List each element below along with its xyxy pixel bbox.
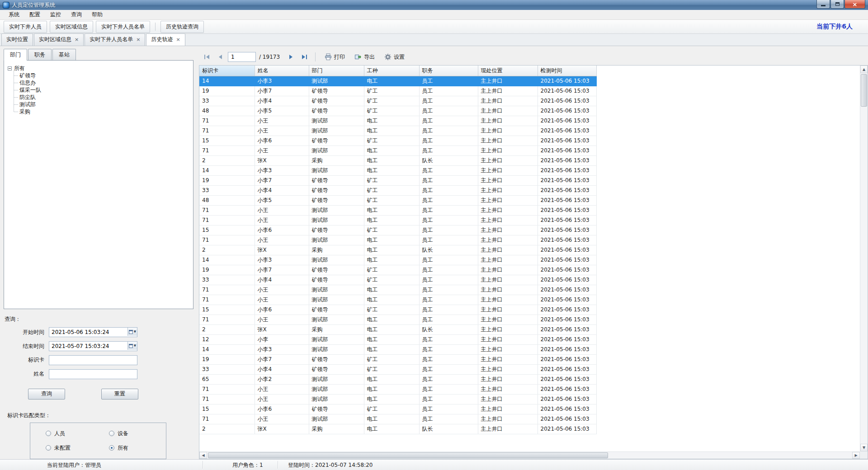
- tab-close-icon[interactable]: ×: [176, 37, 180, 42]
- cell-detect-time[interactable]: 2021-05-06 15:03: [538, 305, 596, 315]
- cell-work-type[interactable]: 电工: [364, 334, 419, 344]
- cell-duty[interactable]: 员工: [419, 315, 478, 324]
- cell-department[interactable]: 测试部: [309, 334, 364, 344]
- cell-department[interactable]: 采购: [309, 155, 364, 165]
- last-page-button[interactable]: [299, 52, 310, 62]
- cell-name[interactable]: 小李6: [255, 305, 309, 315]
- next-page-button[interactable]: [286, 52, 297, 62]
- cell-detect-time[interactable]: 2021-05-06 15:03: [538, 414, 596, 424]
- cell-name[interactable]: 小李7: [255, 265, 309, 275]
- cell-location[interactable]: 主上井口: [478, 76, 538, 86]
- table-row[interactable]: 15 小李6 矿领导 矿工 员工 主上井口 2021-05-06 15:03: [199, 136, 596, 146]
- cell-location[interactable]: 主上井口: [478, 275, 538, 285]
- match-type-radio[interactable]: 设备: [98, 430, 161, 437]
- cell-name[interactable]: 小李5: [255, 106, 309, 116]
- cell-location[interactable]: 主上井口: [478, 285, 538, 295]
- cell-card-id[interactable]: 14: [199, 255, 255, 265]
- cell-location[interactable]: 主上井口: [478, 334, 538, 344]
- cell-work-type[interactable]: 电工: [364, 285, 419, 295]
- table-row[interactable]: 71 小王 测试部 电工 员工 主上井口 2021-05-06 15:03: [199, 315, 596, 324]
- cell-department[interactable]: 矿领导: [309, 175, 364, 185]
- horizontal-scroll-track[interactable]: [207, 452, 852, 459]
- cell-department[interactable]: 矿领导: [309, 265, 364, 275]
- cell-detect-time[interactable]: 2021-05-06 15:03: [538, 225, 596, 235]
- scroll-up-icon[interactable]: ▲: [860, 66, 868, 73]
- cell-duty[interactable]: 员工: [419, 185, 478, 195]
- table-row[interactable]: 2 张X 采购 电工 队长 主上井口 2021-05-06 15:03: [199, 424, 596, 434]
- cell-location[interactable]: 主上井口: [478, 255, 538, 265]
- cell-duty[interactable]: 员工: [419, 364, 478, 374]
- table-row[interactable]: 71 小王 测试部 电工 员工 主上井口 2021-05-06 15:03: [199, 215, 596, 225]
- cell-name[interactable]: 小王: [255, 384, 309, 394]
- cell-name[interactable]: 小李7: [255, 175, 309, 185]
- cell-department[interactable]: 矿领导: [309, 364, 364, 374]
- settings-button[interactable]: 设置: [381, 52, 408, 62]
- cell-location[interactable]: 主上井口: [478, 265, 538, 275]
- cell-location[interactable]: 主上井口: [478, 185, 538, 195]
- cell-location[interactable]: 主上井口: [478, 195, 538, 205]
- cell-location[interactable]: 主上井口: [478, 364, 538, 374]
- horizontal-scrollbar[interactable]: ◀ ▶: [199, 451, 860, 459]
- cell-card-id[interactable]: 71: [199, 126, 255, 136]
- cell-card-id[interactable]: 65: [199, 374, 255, 384]
- cell-department[interactable]: 矿领导: [309, 195, 364, 205]
- left-tab[interactable]: 部门: [4, 49, 27, 61]
- table-row[interactable]: 48 小李5 矿领导 矿工 员工 主上井口 2021-05-06 15:03: [199, 195, 596, 205]
- table-row[interactable]: 71 小王 测试部 电工 员工 主上井口 2021-05-06 15:03: [199, 235, 596, 245]
- cell-work-type[interactable]: 矿工: [364, 136, 419, 146]
- cell-name[interactable]: 小王: [255, 215, 309, 225]
- cell-card-id[interactable]: 71: [199, 285, 255, 295]
- view-tab[interactable]: 实时下井人员名单 ×: [85, 33, 145, 46]
- cell-name[interactable]: 小李2: [255, 374, 309, 384]
- cell-detect-time[interactable]: 2021-05-06 15:03: [538, 126, 596, 136]
- toolbar-underground-list-button[interactable]: 实时下井人员名单: [96, 21, 150, 33]
- cell-department[interactable]: 测试部: [309, 295, 364, 305]
- cell-card-id[interactable]: 15: [199, 305, 255, 315]
- card-id-input[interactable]: [49, 355, 137, 365]
- cell-location[interactable]: 主上井口: [478, 305, 538, 315]
- cell-work-type[interactable]: 电工: [364, 384, 419, 394]
- previous-page-button[interactable]: [215, 52, 226, 62]
- cell-work-type[interactable]: 矿工: [364, 106, 419, 116]
- cell-department[interactable]: 测试部: [309, 235, 364, 245]
- cell-detect-time[interactable]: 2021-05-06 15:03: [538, 195, 596, 205]
- scroll-left-icon[interactable]: ◀: [199, 452, 207, 459]
- cell-detect-time[interactable]: 2021-05-06 15:03: [538, 175, 596, 185]
- cell-name[interactable]: 小李7: [255, 86, 309, 96]
- cell-duty[interactable]: 员工: [419, 404, 478, 414]
- tree-collapse-icon[interactable]: [8, 66, 12, 70]
- cell-location[interactable]: 主上井口: [478, 96, 538, 106]
- cell-department[interactable]: 采购: [309, 245, 364, 255]
- left-tab[interactable]: 职务: [28, 49, 52, 61]
- cell-department[interactable]: 测试部: [309, 394, 364, 404]
- start-time-input[interactable]: [49, 327, 137, 337]
- tree-node[interactable]: 防尘队: [14, 94, 189, 101]
- cell-card-id[interactable]: 33: [199, 185, 255, 195]
- table-row[interactable]: 14 小李3 测试部 电工 员工 主上井口 2021-05-06 15:03: [199, 76, 596, 86]
- table-row[interactable]: 71 小王 测试部 电工 员工 主上井口 2021-05-06 15:03: [199, 146, 596, 155]
- cell-name[interactable]: 小李3: [255, 165, 309, 175]
- scroll-right-icon[interactable]: ▶: [852, 452, 860, 459]
- cell-work-type[interactable]: 矿工: [364, 354, 419, 364]
- table-row[interactable]: 15 小李6 矿领导 矿工 员工 主上井口 2021-05-06 15:03: [199, 305, 596, 315]
- table-row[interactable]: 2 张X 采购 电工 队长 主上井口 2021-05-06 15:03: [199, 155, 596, 165]
- table-row[interactable]: 71 小王 测试部 电工 员工 主上井口 2021-05-06 15:03: [199, 205, 596, 215]
- cell-location[interactable]: 主上井口: [478, 424, 538, 434]
- cell-duty[interactable]: 员工: [419, 96, 478, 106]
- menu-item[interactable]: 帮助: [87, 10, 108, 19]
- cell-card-id[interactable]: 71: [199, 384, 255, 394]
- view-tab[interactable]: 实时区域信息 ×: [34, 33, 84, 46]
- cell-name[interactable]: 张X: [255, 424, 309, 434]
- menu-item[interactable]: 监控: [45, 10, 66, 19]
- cell-department[interactable]: 测试部: [309, 165, 364, 175]
- cell-card-id[interactable]: 33: [199, 96, 255, 106]
- cell-location[interactable]: 主上井口: [478, 215, 538, 225]
- cell-duty[interactable]: 员工: [419, 146, 478, 155]
- cell-card-id[interactable]: 71: [199, 295, 255, 305]
- cell-card-id[interactable]: 19: [199, 265, 255, 275]
- cell-name[interactable]: 小李3: [255, 255, 309, 265]
- cell-location[interactable]: 主上井口: [478, 86, 538, 96]
- cell-work-type[interactable]: 电工: [364, 315, 419, 324]
- match-type-radio[interactable]: 未配置: [35, 444, 98, 452]
- cell-department[interactable]: 测试部: [309, 344, 364, 354]
